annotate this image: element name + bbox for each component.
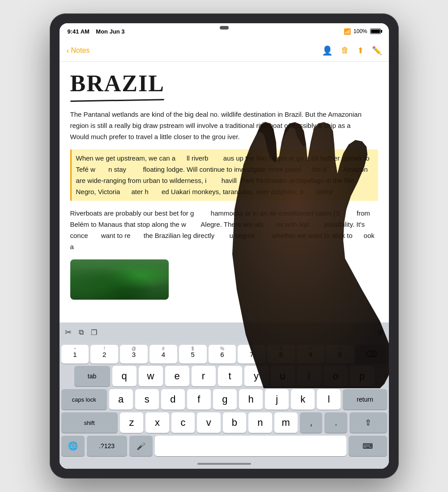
compose-icon[interactable]: ✏️ <box>372 46 382 55</box>
key-l[interactable]: l <box>317 389 341 410</box>
space-key[interactable] <box>155 436 346 456</box>
ipad-device: 9:41 AM Mon Jun 3 📶 100% ‹ Notes 👤 <box>50 13 399 479</box>
key-hash[interactable]: # 4 <box>149 345 177 364</box>
mic-key[interactable]: 🎤 <box>129 436 153 456</box>
keyboard-row-2: caps lock a s d f g h j k l return <box>60 388 389 411</box>
navigation-bar: ‹ Notes 👤 🗑 ⬆ ✏️ <box>60 39 389 62</box>
back-button[interactable]: ‹ Notes <box>67 47 90 55</box>
status-time: 9:41 AM Mon Jun 3 <box>68 28 125 35</box>
key-p[interactable]: p <box>350 366 374 386</box>
paragraph-2-highlighted: When we get upstream, we can a ll riverb… <box>70 149 378 201</box>
key-caret[interactable]: ^ 7 <box>238 345 265 364</box>
period-key[interactable]: . <box>324 412 347 433</box>
caps-lock-key[interactable]: caps lock <box>61 389 107 410</box>
key-exclaim[interactable]: ! 2 <box>90 345 118 364</box>
number-row: ~ 1 ! 2 @ 3 # 4 $ 5 <box>60 342 389 365</box>
key-z[interactable]: z <box>120 412 143 433</box>
key-i[interactable]: i <box>297 366 321 386</box>
key-w[interactable]: w <box>139 366 163 386</box>
home-indicator <box>60 459 389 469</box>
key-a[interactable]: a <box>109 389 133 410</box>
key-k[interactable]: k <box>291 389 315 410</box>
key-o[interactable]: o <box>324 366 348 386</box>
key-j[interactable]: j <box>265 389 289 410</box>
wifi-icon: 📶 <box>344 28 351 35</box>
paragraph-3: Riverboats are probably our best bet for… <box>70 208 378 252</box>
copy-icon[interactable]: ⧉ <box>79 328 84 336</box>
key-dollar[interactable]: $ 5 <box>179 345 207 364</box>
return-key[interactable]: return <box>343 389 387 410</box>
chevron-left-icon: ‹ <box>67 47 69 55</box>
shift-key[interactable]: shift <box>61 412 118 433</box>
date-display: Mon Jun 3 <box>96 28 124 35</box>
note-content: BRAZIL The Pantanal wetlands are kind of… <box>60 62 389 322</box>
key-q[interactable]: q <box>112 366 137 386</box>
key-star[interactable]: * 9 <box>297 345 324 364</box>
keyboard-bottom-row: 🌐 .?123 🎤 ⌨ <box>60 434 389 459</box>
battery-tip <box>381 30 382 33</box>
key-b[interactable]: b <box>223 412 246 433</box>
time-display: 9:41 AM <box>68 28 90 35</box>
keyboard: ~ 1 ! 2 @ 3 # 4 $ 5 <box>60 342 389 459</box>
key-c[interactable]: c <box>171 412 195 433</box>
share-icon[interactable]: ⬆ <box>357 46 364 55</box>
title-underline <box>70 99 164 102</box>
keyboard-toolbar: ✂ ⧉ ❐ ⊕ <box>60 322 389 342</box>
key-s[interactable]: s <box>135 389 159 410</box>
paste-icon[interactable]: ❐ <box>91 328 97 337</box>
status-right: 📶 100% <box>344 28 381 35</box>
battery-level: 100% <box>354 28 367 34</box>
keyboard-row-1: tab q w e r t y u i o p <box>60 365 389 388</box>
delete-key[interactable]: ⌫ <box>355 345 387 364</box>
key-f[interactable]: f <box>187 389 211 410</box>
key-r[interactable]: r <box>192 366 216 386</box>
note-title: BRAZIL <box>70 71 378 96</box>
toolbar-right-action[interactable]: ⊕ <box>377 327 384 337</box>
globe-key[interactable]: 🌐 <box>61 436 85 456</box>
cut-icon[interactable]: ✂ <box>65 327 72 337</box>
status-bar: 9:41 AM Mon Jun 3 📶 100% <box>60 23 389 39</box>
key-e[interactable]: e <box>165 366 189 386</box>
key-tilde[interactable]: ~ 1 <box>61 345 89 364</box>
ipad-screen: 9:41 AM Mon Jun 3 📶 100% ‹ Notes 👤 <box>60 23 389 469</box>
battery-icon <box>370 29 381 34</box>
note-image <box>70 259 169 300</box>
battery-fill <box>371 30 380 33</box>
key-u[interactable]: u <box>271 366 295 386</box>
nav-actions: 👤 🗑 ⬆ ✏️ <box>322 45 382 56</box>
key-percent[interactable]: % 6 <box>209 345 236 364</box>
123-key[interactable]: .?123 <box>87 436 127 456</box>
key-amp[interactable]: & 8 <box>267 345 295 364</box>
trash-icon[interactable]: 🗑 <box>341 46 349 55</box>
key-0[interactable]: ( 0 <box>326 345 354 364</box>
num-symbol: ~ <box>61 346 89 351</box>
key-d[interactable]: d <box>161 389 185 410</box>
hide-keyboard-key[interactable]: ⌨ <box>349 436 387 456</box>
paragraph-1: The Pantanal wetlands are kind of the bi… <box>70 109 378 142</box>
back-label: Notes <box>71 47 90 55</box>
toolbar-left-actions: ✂ ⧉ ❐ <box>65 327 97 337</box>
camera-notch <box>220 26 229 30</box>
key-g[interactable]: g <box>213 389 237 410</box>
person-icon[interactable]: 👤 <box>322 45 333 56</box>
key-m[interactable]: m <box>274 412 298 433</box>
home-bar <box>197 463 251 465</box>
shift-right-key[interactable]: ⇧ <box>350 412 387 433</box>
key-x[interactable]: x <box>145 412 169 433</box>
tab-key[interactable]: tab <box>74 366 110 386</box>
key-y[interactable]: y <box>244 366 269 386</box>
key-v[interactable]: v <box>197 412 220 433</box>
key-t[interactable]: t <box>218 366 242 386</box>
keyboard-row-3: shift z x c v b n m , . ⇧ <box>60 411 389 434</box>
comma-key[interactable]: , <box>300 412 323 433</box>
key-h[interactable]: h <box>239 389 263 410</box>
key-n[interactable]: n <box>248 412 272 433</box>
key-at[interactable]: @ 3 <box>120 345 148 364</box>
note-image-content <box>70 259 169 300</box>
